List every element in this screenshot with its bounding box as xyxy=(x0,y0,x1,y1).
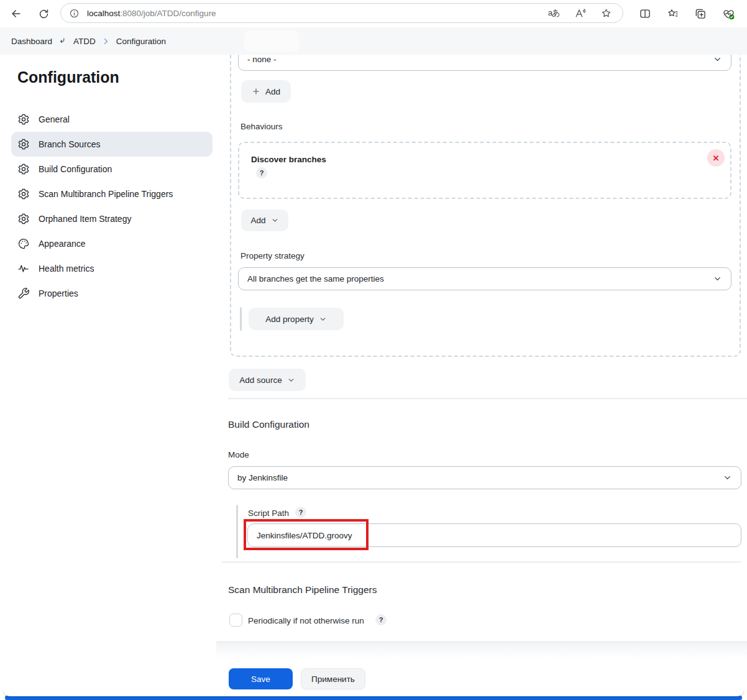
chevron-down-icon xyxy=(287,376,295,384)
help-icon[interactable]: ? xyxy=(256,167,267,178)
chevron-down-icon xyxy=(723,473,732,482)
pulse-icon xyxy=(17,262,30,275)
add-property-label: Add property xyxy=(265,315,313,324)
add-source-label: Add source xyxy=(239,375,282,385)
help-icon[interactable]: ? xyxy=(295,507,306,518)
breadcrumb-configuration[interactable]: Configuration xyxy=(116,37,166,46)
chevron-down-icon xyxy=(713,274,722,283)
address-bar[interactable]: localhost:8080/job/ATDD/configure aあ xyxy=(60,3,623,23)
property-strategy-value: All branches get the same properties xyxy=(247,274,384,283)
script-path-input[interactable] xyxy=(257,531,732,540)
wrench-icon xyxy=(17,287,30,300)
nesting-indent-line xyxy=(236,505,238,558)
mode-value: by Jenkinsfile xyxy=(237,473,288,482)
delete-behaviour-button[interactable]: ✕ xyxy=(707,149,725,167)
favorite-star-icon[interactable] xyxy=(598,5,614,21)
chevron-right-icon xyxy=(102,37,110,45)
collections-icon[interactable] xyxy=(692,5,709,22)
mode-select[interactable]: by Jenkinsfile xyxy=(228,466,741,489)
page-title: Configuration xyxy=(17,68,119,86)
breadcrumb: Dashboard ATDD Configuration xyxy=(0,27,747,55)
sidebar-item-health-metrics[interactable]: Health metrics xyxy=(11,256,213,281)
periodic-trigger-label: Periodically if not otherwise run xyxy=(248,616,364,625)
sidebar-item-label: Branch Sources xyxy=(39,139,101,149)
gear-icon xyxy=(17,213,30,225)
add-dropdown-label: Add xyxy=(250,216,265,225)
favorites-bar-icon[interactable] xyxy=(664,5,682,22)
section-divider xyxy=(228,398,747,399)
scan-triggers-title: Scan Multibranch Pipeline Triggers xyxy=(228,584,377,596)
split-screen-icon[interactable] xyxy=(636,5,654,22)
nesting-indent-line xyxy=(240,307,242,331)
gear-icon xyxy=(17,138,30,150)
config-section-nav: General Branch Sources Build Configurati… xyxy=(11,107,213,306)
footer-gradient xyxy=(216,642,747,658)
site-info-icon[interactable] xyxy=(66,5,82,21)
sidebar-item-build-configuration[interactable]: Build Configuration xyxy=(11,157,213,182)
property-strategy-select[interactable]: All branches get the same properties xyxy=(238,267,731,290)
breadcrumb-dashboard[interactable]: Dashboard xyxy=(11,37,52,46)
url-path: :8080/job/ATDD/configure xyxy=(120,9,216,18)
property-strategy-label: Property strategy xyxy=(241,251,305,260)
sidebar-item-branch-sources[interactable]: Branch Sources xyxy=(11,132,213,157)
chevron-down-icon xyxy=(271,216,279,224)
behaviour-card xyxy=(238,142,731,199)
behaviour-name: Discover branches xyxy=(251,155,326,164)
back-icon[interactable] xyxy=(7,5,25,22)
sidebar-item-label: Health metrics xyxy=(39,264,94,274)
refresh-icon[interactable] xyxy=(35,5,52,22)
sidebar-item-label: Properties xyxy=(39,288,78,298)
none-select-value: - none - xyxy=(247,55,277,64)
browser-essentials-icon[interactable] xyxy=(720,5,737,22)
breadcrumb-atdd[interactable]: ATDD xyxy=(73,37,96,46)
save-button[interactable]: Save xyxy=(229,668,293,689)
add-button-label: Add xyxy=(265,87,280,96)
section-divider xyxy=(222,561,741,563)
add-property-dropdown[interactable]: Add property xyxy=(249,308,344,330)
ghost-element xyxy=(244,30,299,52)
gear-icon xyxy=(17,163,30,175)
palette-icon xyxy=(17,237,30,250)
behaviours-label: Behaviours xyxy=(241,122,283,131)
url-text: localhost:8080/job/ATDD/configure xyxy=(87,9,216,18)
apply-button[interactable]: Применить xyxy=(301,668,365,689)
build-configuration-title: Build Configuration xyxy=(228,419,309,430)
gear-icon xyxy=(17,188,30,200)
script-path-field-wrap xyxy=(247,523,741,547)
sidebar-item-label: Build Configuration xyxy=(39,164,112,174)
sidebar-item-label: Appearance xyxy=(39,239,86,249)
add-behaviour-dropdown[interactable]: Add xyxy=(241,210,288,231)
bottom-accent-bar xyxy=(5,696,742,700)
add-button[interactable]: Add xyxy=(241,80,291,103)
plus-icon xyxy=(252,87,260,96)
translate-icon[interactable]: aあ xyxy=(546,5,562,21)
gear-icon xyxy=(17,113,30,126)
help-icon[interactable]: ? xyxy=(375,614,387,625)
sidebar-item-general[interactable]: General xyxy=(11,107,213,132)
sidebar-item-orphaned-item-strategy[interactable]: Orphaned Item Strategy xyxy=(11,206,213,231)
read-aloud-icon[interactable] xyxy=(572,5,588,21)
chevron-down-icon xyxy=(713,55,722,64)
page-card-bottom-edge xyxy=(3,689,744,696)
periodic-trigger-checkbox[interactable] xyxy=(229,614,242,627)
sidebar-item-label: Scan Multibranch Pipeline Triggers xyxy=(39,189,173,199)
url-host: localhost xyxy=(87,9,120,18)
browser-toolbar: localhost:8080/job/ATDD/configure aあ xyxy=(0,0,747,27)
sidebar-item-appearance[interactable]: Appearance xyxy=(11,231,213,256)
sidebar-item-label: Orphaned Item Strategy xyxy=(39,214,131,224)
add-source-dropdown[interactable]: Add source xyxy=(229,369,306,391)
bent-arrow-separator-icon xyxy=(58,37,67,45)
chevron-down-icon xyxy=(319,315,327,323)
mode-label: Mode xyxy=(228,450,249,459)
script-path-label: Script Path xyxy=(248,509,289,518)
sidebar-item-properties[interactable]: Properties xyxy=(11,281,213,306)
sidebar-item-label: General xyxy=(39,114,70,124)
sidebar-item-scan-triggers[interactable]: Scan Multibranch Pipeline Triggers xyxy=(11,182,213,206)
